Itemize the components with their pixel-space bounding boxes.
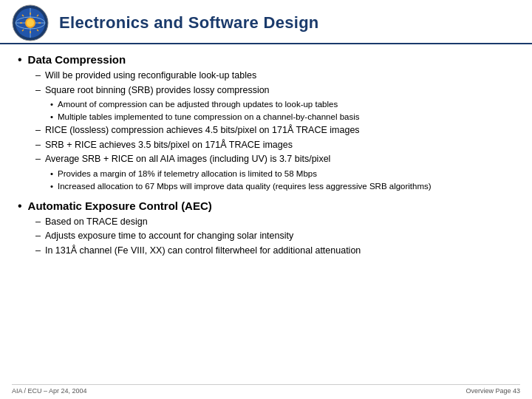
item-text: Adjusts exposure time to account for cha… xyxy=(45,230,293,243)
footer-right: Overview Page 43 xyxy=(466,387,520,395)
sub-item-text: Multiple tables implemented to tune comp… xyxy=(58,111,359,123)
section-aec: • Automatic Exposure Control (AEC) – Bas… xyxy=(18,200,514,258)
item-text: In 131Å channel (Fe VIII, XX) can contro… xyxy=(45,245,361,258)
list-item: – In 131Å channel (Fe VIII, XX) can cont… xyxy=(35,245,514,258)
dash-icon: – xyxy=(35,245,41,256)
content-area: • Data Compression – Will be provided us… xyxy=(0,44,532,270)
dash-icon: – xyxy=(35,216,41,227)
dash-icon: – xyxy=(35,125,41,135)
footer: AIA / ECU – Apr 24, 2004 Overview Page 4… xyxy=(12,384,520,395)
list-item: • Multiple tables implemented to tune co… xyxy=(50,111,514,123)
dash-icon: – xyxy=(35,140,41,150)
sub-bullet-icon: • xyxy=(50,100,53,109)
list-item: • Increased allocation to 67 Mbps will i… xyxy=(50,180,514,192)
list-item: – Based on TRACE design xyxy=(35,216,514,229)
sub-item-text: Amount of compression can be adjusted th… xyxy=(58,98,338,110)
item-text: Will be provided using reconfigurable lo… xyxy=(45,69,256,83)
dash-icon: – xyxy=(35,231,41,241)
list-item: – SRB + RICE achieves 3.5 bits/pixel on … xyxy=(35,139,514,152)
sub-item-text: Provides a margin of 18% if telemetry al… xyxy=(58,168,317,180)
section-2-title: Automatic Exposure Control (AEC) xyxy=(28,200,212,212)
list-item: – RICE (lossless) compression achieves 4… xyxy=(35,124,514,137)
section-1-title: Data Compression xyxy=(28,53,126,66)
item-text: Square root binning (SRB) provides lossy… xyxy=(45,84,270,98)
sub-bullet-icon: • xyxy=(50,169,53,178)
dash-icon: – xyxy=(35,85,41,95)
sub-bullet-icon: • xyxy=(50,182,53,191)
list-item: – Adjusts exposure time to account for c… xyxy=(35,230,514,243)
page: Electronics and Software Design • Data C… xyxy=(0,0,532,399)
footer-left: AIA / ECU – Apr 24, 2004 xyxy=(12,387,87,395)
list-item: – Average SRB + RICE on all AIA images (… xyxy=(35,153,514,166)
sub-item-text: Increased allocation to 67 Mbps will imp… xyxy=(58,180,432,192)
item-text: Based on TRACE design xyxy=(45,216,148,229)
logo xyxy=(12,4,49,41)
section-1-header: • Data Compression xyxy=(18,53,514,66)
section-2-header: • Automatic Exposure Control (AEC) xyxy=(18,200,514,213)
section-2-content: – Based on TRACE design – Adjusts exposu… xyxy=(18,216,514,258)
sub-bullet-icon: • xyxy=(50,112,53,121)
sub-items-group-2: • Provides a margin of 18% if telemetry … xyxy=(35,168,514,192)
list-item: – Square root binning (SRB) provides los… xyxy=(35,84,514,98)
svg-point-6 xyxy=(27,19,34,27)
list-item: • Provides a margin of 18% if telemetry … xyxy=(50,168,514,180)
item-text: Average SRB + RICE on all AIA images (in… xyxy=(45,153,330,166)
section-data-compression: • Data Compression – Will be provided us… xyxy=(18,53,514,192)
item-text: RICE (lossless) compression achieves 4.5… xyxy=(45,124,360,137)
page-title: Electronics and Software Design xyxy=(59,13,319,33)
dash-icon: – xyxy=(35,70,41,81)
list-item: • Amount of compression can be adjusted … xyxy=(50,98,514,110)
item-text: SRB + RICE achieves 3.5 bits/pixel on 17… xyxy=(45,139,293,152)
sub-items-group: • Amount of compression can be adjusted … xyxy=(35,98,514,123)
list-item: – Will be provided using reconfigurable … xyxy=(35,69,514,83)
bullet-2: • xyxy=(18,200,22,213)
header: Electronics and Software Design xyxy=(0,0,532,44)
dash-icon: – xyxy=(35,154,41,164)
section-1-content: – Will be provided using reconfigurable … xyxy=(18,69,514,192)
bullet-1: • xyxy=(18,53,22,66)
